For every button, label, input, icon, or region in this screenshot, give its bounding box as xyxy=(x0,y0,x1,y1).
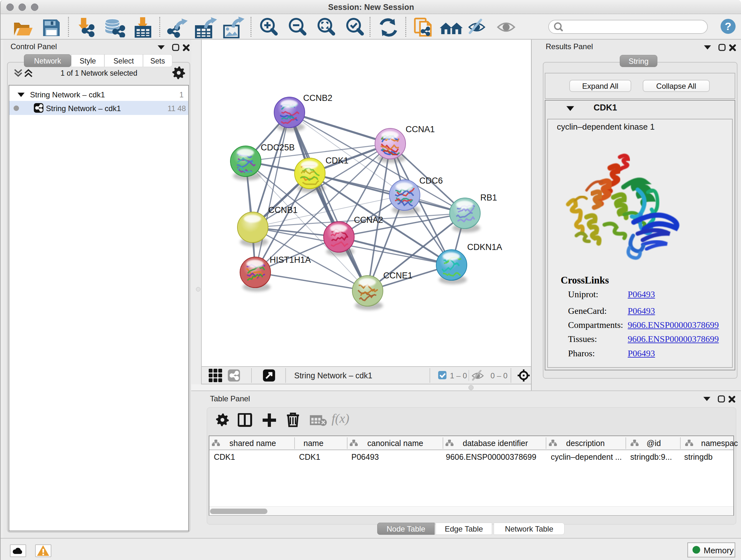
svg-text:CCNE1: CCNE1 xyxy=(383,271,413,280)
svg-text:CDC25B: CDC25B xyxy=(261,143,295,152)
svg-text:CDK1: CDK1 xyxy=(326,156,348,165)
svg-text:CCNB1: CCNB1 xyxy=(268,205,298,215)
svg-text:CCNA1: CCNA1 xyxy=(406,125,435,134)
svg-text:HIST1H1A: HIST1H1A xyxy=(270,255,311,265)
svg-text:CDKN1A: CDKN1A xyxy=(467,242,502,252)
svg-text:CCNB2: CCNB2 xyxy=(303,93,333,103)
svg-text:CDC6: CDC6 xyxy=(419,176,443,186)
svg-text:CCNA2: CCNA2 xyxy=(354,215,383,225)
svg-text:RB1: RB1 xyxy=(480,193,497,202)
